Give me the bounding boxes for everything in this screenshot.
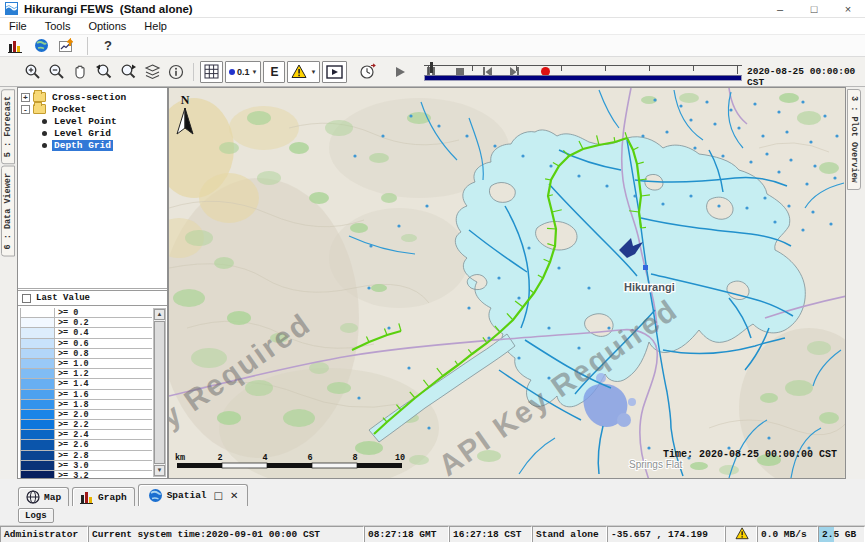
- legend-row: >= 2.8: [21, 451, 152, 461]
- legend-swatch: [21, 420, 55, 429]
- legend-row: >= 3.0: [21, 461, 152, 471]
- legend-swatch: [21, 410, 55, 419]
- last-value-checkbox[interactable]: [22, 294, 31, 303]
- timeseries-button[interactable]: [56, 36, 78, 56]
- legend-value-label: >= 0.8: [55, 349, 89, 358]
- minimize-icon[interactable]: –: [763, 0, 797, 18]
- tab-graph[interactable]: Graph: [72, 487, 135, 506]
- place-label-springs-flat: Springs Flat: [629, 459, 683, 470]
- side-tab-data-viewer[interactable]: 6 : Data Viewer: [1, 166, 15, 257]
- status-user: Administrator: [0, 526, 88, 542]
- last-value-label: Last Value: [36, 293, 90, 303]
- folder-icon: [33, 92, 46, 102]
- help-button[interactable]: ?: [97, 36, 119, 56]
- tab-maximize-icon[interactable]: □: [214, 490, 223, 501]
- legend-value-label: >= 2.8: [55, 451, 89, 460]
- hand-icon: [72, 64, 88, 80]
- tab-spatial[interactable]: Spatial□✕: [138, 484, 249, 506]
- longitudinal-profile-button[interactable]: E: [263, 61, 285, 83]
- legend-row: >= 2.4: [21, 430, 152, 440]
- tree-item-pocket[interactable]: -Pocket: [18, 103, 167, 115]
- legend-swatch: [21, 328, 55, 337]
- scale-tick-label: 6: [307, 453, 312, 463]
- side-tab-forecast[interactable]: 5 : Forecast: [1, 89, 15, 164]
- current-timestep-label: 2020-08-25 00:00:00 CST: [747, 66, 865, 88]
- info-button[interactable]: [165, 60, 187, 84]
- tree-expander-icon[interactable]: -: [21, 105, 30, 114]
- status-bar: AdministratorCurrent system time:2020-09…: [0, 525, 865, 542]
- status-text: 0.0 MB/s: [761, 529, 807, 540]
- zoom-in-button[interactable]: [21, 60, 43, 84]
- tab-close-icon[interactable]: ✕: [230, 490, 238, 501]
- animation-panel-button[interactable]: [322, 61, 347, 83]
- node-bullet-icon: [42, 119, 47, 124]
- tree-item-level-grid[interactable]: Level Grid: [18, 127, 167, 139]
- play-icon: [394, 66, 406, 78]
- map-canvas[interactable]: API Key Required API Key Required Hikura…: [169, 88, 846, 479]
- menu-tools[interactable]: Tools: [36, 20, 80, 32]
- layers-button[interactable]: [141, 60, 163, 84]
- tab-map[interactable]: Map: [18, 487, 69, 506]
- layers-panel: +Cross-section-PocketLevel PointLevel Gr…: [17, 87, 168, 479]
- legend-row: >= 2.2: [21, 420, 152, 430]
- tree-item-level-point[interactable]: Level Point: [18, 115, 167, 127]
- legend-swatch: [21, 440, 55, 449]
- legend-swatch: [21, 359, 55, 368]
- status-warning: [725, 526, 757, 542]
- scroll-up-icon[interactable]: ▲: [154, 309, 165, 320]
- legend-value-label: >= 0.6: [55, 339, 89, 348]
- place-label-hikurangi: Hikurangi: [624, 281, 675, 293]
- zoom-previous-button[interactable]: [93, 60, 115, 84]
- time-slider-thumb[interactable]: [430, 62, 433, 73]
- north-label: N: [181, 93, 190, 107]
- status-text: 16:27:18 CST: [453, 529, 521, 540]
- legend-value-label: >= 0.2: [55, 318, 89, 327]
- zoom-in-icon: [24, 63, 41, 80]
- legend-swatch: [21, 461, 55, 470]
- tree-item-label: Cross-section: [50, 92, 128, 103]
- menu-help[interactable]: Help: [135, 20, 176, 32]
- legend-swatch: [21, 379, 55, 388]
- pan-button[interactable]: [69, 60, 91, 84]
- legend-row: >= 0: [21, 308, 152, 318]
- map-display-button[interactable]: [30, 36, 52, 56]
- scrollbar-thumb[interactable]: [154, 321, 165, 464]
- legend-value-label: >= 1.6: [55, 390, 89, 399]
- status-text: Stand alone: [536, 529, 599, 540]
- close-icon[interactable]: ×: [831, 0, 865, 18]
- globe-wire-icon: [26, 490, 40, 504]
- legend-scrollbar[interactable]: ▲ ▼: [153, 308, 166, 477]
- title-bar: Hikurangi FEWS (Stand alone) – □ ×: [0, 0, 865, 18]
- info-icon: [168, 64, 184, 80]
- tree-item-depth-grid[interactable]: Depth Grid: [18, 139, 167, 151]
- play-button[interactable]: [389, 60, 411, 84]
- scroll-down-icon[interactable]: ▼: [154, 465, 165, 476]
- status-memory: 2.5 GB: [818, 526, 865, 542]
- maximize-icon[interactable]: □: [797, 0, 831, 18]
- legend-value-label: >= 1.4: [55, 379, 89, 388]
- legend-table: >= 0>= 0.2>= 0.4>= 0.6>= 0.8>= 1.0>= 1.2…: [20, 308, 152, 478]
- thresholds-button[interactable]: ▼: [287, 61, 320, 83]
- menu-file[interactable]: File: [0, 20, 36, 32]
- legend-value-label: >= 3.0: [55, 461, 89, 470]
- legend-value-label: >= 1.0: [55, 359, 89, 368]
- legend-swatch: [21, 400, 55, 409]
- menu-options[interactable]: Options: [79, 20, 135, 32]
- time-slider[interactable]: [424, 61, 742, 83]
- database-button[interactable]: [4, 36, 26, 56]
- legend-value-label: >= 2.6: [55, 440, 89, 449]
- zoom-next-button[interactable]: [117, 60, 139, 84]
- class-interval-button[interactable]: 0.1 ▼: [225, 61, 261, 83]
- node-bullet-icon: [42, 131, 47, 136]
- logs-button[interactable]: Logs: [18, 508, 54, 523]
- legend-swatch: [21, 451, 55, 460]
- tree-expander-icon[interactable]: +: [21, 93, 30, 102]
- tab-label: Map: [44, 492, 61, 503]
- grid-display-button[interactable]: [200, 61, 223, 83]
- clock-icon: [359, 63, 376, 80]
- side-tab-plot-overview[interactable]: 3 : Plot Overview: [847, 89, 861, 190]
- tree-item-label: Pocket: [50, 104, 88, 115]
- time-settings-button[interactable]: [356, 60, 378, 84]
- zoom-out-button[interactable]: [45, 60, 67, 84]
- status-system-time: Current system time:2020-09-01 00:00 CST: [88, 526, 364, 542]
